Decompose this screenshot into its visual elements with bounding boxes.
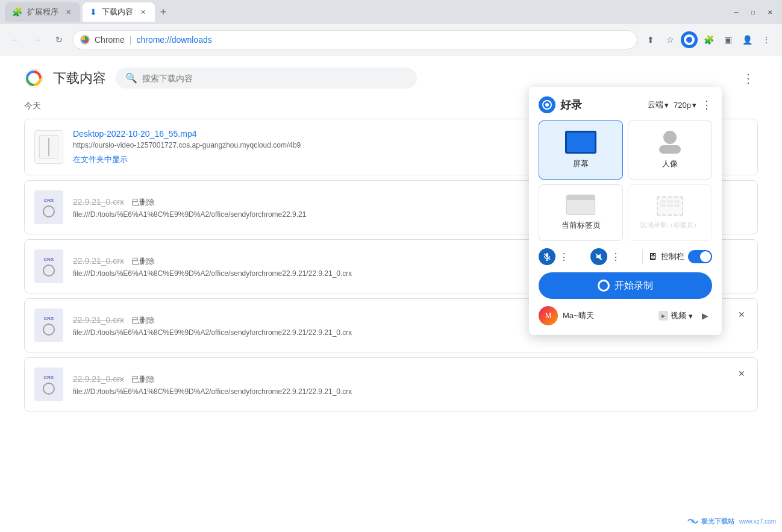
- file-icon: [34, 130, 63, 164]
- extensions-icon[interactable]: 🧩: [700, 31, 717, 48]
- tab-mode-icon: [566, 195, 595, 215]
- watermark-url: www.xz7.com: [739, 518, 776, 525]
- quality-label: 720p: [674, 101, 691, 110]
- refresh-button[interactable]: ↻: [51, 31, 67, 48]
- quality-dropdown[interactable]: 720p ▾: [674, 101, 696, 110]
- restore-button[interactable]: □: [746, 5, 760, 19]
- popup-controls: 云端 ▾ 720p ▾ ⋮: [648, 98, 712, 111]
- mode-screen-label: 屏幕: [573, 158, 589, 169]
- crx-file-icon: CRX: [34, 308, 63, 342]
- user-row: M Ma~晴天 ▶ 视频 ▾ ▶: [539, 306, 712, 325]
- audio-controls: ⋮ ⋮ 🖥 控制栏: [539, 248, 712, 265]
- extension-active-icon[interactable]: [681, 31, 698, 48]
- video-label: 视频: [671, 310, 686, 321]
- record-circle-icon: [598, 280, 610, 292]
- user-action-button[interactable]: ▶: [698, 308, 712, 323]
- video-dropdown[interactable]: ▶ 视频 ▾: [658, 310, 693, 321]
- audio-divider: [642, 249, 643, 264]
- mic-more-button[interactable]: ⋮: [559, 251, 569, 263]
- user-avatar: M: [539, 306, 558, 325]
- download-name-deleted: 22.9.21_0.crx: [73, 374, 124, 384]
- deleted-badge: 已删除: [131, 316, 155, 325]
- tab-downloads-label: 下载内容: [102, 7, 133, 17]
- mode-tab-label: 当前标签页: [561, 220, 601, 231]
- screen-mode-icon: [565, 131, 596, 154]
- start-btn-label: 开始录制: [615, 280, 653, 292]
- bookmark-icon[interactable]: ☆: [662, 31, 678, 48]
- video-chevron-icon: ▾: [689, 311, 693, 321]
- page-title: 下载内容: [53, 69, 106, 87]
- brand-icon: [539, 96, 555, 113]
- more-button[interactable]: ⋮: [739, 69, 758, 88]
- download-info: 22.9.21_0.crx 已删除 file:///D:/tools/%E6%A…: [73, 374, 748, 396]
- control-bar-toggle[interactable]: [688, 250, 712, 263]
- deleted-badge: 已删除: [131, 257, 155, 266]
- system-audio-icon[interactable]: [590, 248, 607, 265]
- back-button[interactable]: ←: [7, 31, 24, 48]
- mode-screen[interactable]: 屏幕: [539, 120, 623, 180]
- watermark-text: 极光下载站: [701, 517, 734, 526]
- recording-popup: 好录 云端 ▾ 720p ▾ ⋮: [529, 87, 722, 335]
- download-name-deleted: 22.9.21_0.crx: [73, 197, 124, 207]
- puzzle-icon: 🧩: [12, 7, 22, 17]
- tab-extensions[interactable]: 🧩 扩展程序 ✕: [5, 2, 80, 22]
- cloud-label: 云端: [648, 99, 663, 110]
- address-input[interactable]: Chrome | chrome://downloads: [72, 30, 637, 49]
- profile-icon[interactable]: 👤: [739, 31, 755, 48]
- item-close-button[interactable]: ✕: [736, 368, 748, 380]
- address-url: chrome://downloads: [136, 35, 211, 45]
- start-recording-button[interactable]: 开始录制: [539, 272, 712, 299]
- tab-close-downloads[interactable]: ✕: [138, 7, 148, 17]
- crx-file-icon: CRX: [34, 368, 63, 401]
- tab-downloads[interactable]: ⬇ 下载内容 ✕: [83, 2, 155, 22]
- tab-close-extensions[interactable]: ✕: [63, 7, 73, 17]
- popup-brand-name: 好录: [560, 98, 582, 112]
- minimize-button[interactable]: ─: [729, 5, 743, 19]
- control-bar-section: 🖥 控制栏: [648, 250, 712, 263]
- content-area: 下载内容 🔍 ⋮ 今天 Desktop-2022-10-20_16_55.mp4…: [0, 55, 782, 532]
- address-brand: Chrome: [95, 35, 125, 45]
- tab-extensions-label: 扩展程序: [27, 7, 58, 17]
- watermark: 极光下载站 www.xz7.com: [687, 516, 776, 526]
- mic-control: ⋮: [539, 248, 586, 265]
- download-tab-icon: ⬇: [90, 7, 97, 17]
- cloud-dropdown[interactable]: 云端 ▾: [648, 99, 669, 110]
- forward-button[interactable]: →: [29, 31, 46, 48]
- download-item: CRX 22.9.21_0.crx 已删除 file:///D:/tools/%…: [24, 357, 758, 412]
- mode-person[interactable]: 人像: [628, 120, 712, 180]
- person-mode-icon: [659, 131, 681, 154]
- mode-tab[interactable]: 当前标签页: [539, 184, 623, 241]
- quality-chevron-icon: ▾: [692, 101, 696, 110]
- region-mode-icon: [657, 196, 683, 216]
- search-input[interactable]: [142, 74, 407, 83]
- popup-more-button[interactable]: ⋮: [701, 98, 712, 111]
- download-action[interactable]: 在文件夹中显示: [73, 154, 128, 165]
- play-icon: ▶: [658, 311, 668, 321]
- mode-region: 区域录制（标签页）: [628, 184, 712, 241]
- control-bar-label: 控制栏: [661, 251, 684, 262]
- toggle-thumb: [700, 251, 711, 262]
- deleted-badge: 已删除: [131, 375, 155, 384]
- sidebar-icon[interactable]: ▣: [719, 31, 736, 48]
- download-url: https://oursio-video-1257001727.cos.ap-g…: [73, 141, 374, 149]
- close-button[interactable]: ✕: [763, 5, 777, 19]
- toolbar-icons: ⬆ ☆ 🧩 ▣ 👤 ⋮: [642, 31, 775, 48]
- download-url: file:///D:/tools/%E6%A1%8C%E9%9D%A2/offi…: [73, 269, 374, 278]
- chrome-window: 🧩 扩展程序 ✕ ⬇ 下载内容 ✕ + ─ □ ✕ ← → ↻ Chrome |…: [0, 0, 782, 532]
- download-url: file:///D:/tools/%E6%A1%8C%E9%9D%A2/offi…: [73, 210, 374, 219]
- crx-file-icon: CRX: [34, 190, 63, 224]
- item-close-button[interactable]: ✕: [736, 308, 748, 321]
- google-logo: [24, 69, 43, 88]
- mic-icon[interactable]: [539, 248, 555, 265]
- download-name-deleted: 22.9.21_0.crx: [73, 256, 124, 266]
- search-box[interactable]: 🔍: [116, 67, 417, 89]
- download-url: file:///D:/tools/%E6%A1%8C%E9%9D%A2/offi…: [73, 387, 374, 396]
- address-separator: |: [130, 35, 132, 45]
- mode-region-label: 区域录制（标签页）: [640, 221, 700, 230]
- share-icon[interactable]: ⬆: [642, 31, 659, 48]
- new-tab-button[interactable]: +: [155, 4, 172, 20]
- screen-icon-small: 🖥: [648, 251, 657, 262]
- user-name: Ma~晴天: [563, 310, 654, 321]
- menu-icon[interactable]: ⋮: [758, 31, 775, 48]
- system-audio-more-button[interactable]: ⋮: [611, 251, 621, 263]
